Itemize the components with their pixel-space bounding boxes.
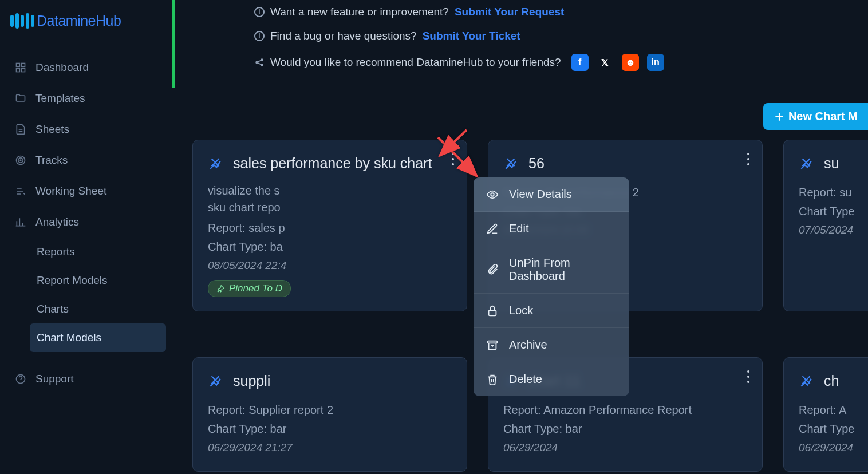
nav-working-sheet[interactable]: Working Sheet [6,176,166,207]
card-context-menu: View Details Edit UnPin From Dashboard L… [474,177,629,396]
chart-model-icon [799,374,814,389]
pinned-badge: Pinned To D [208,280,291,297]
svg-rect-3 [22,69,25,72]
subnav-report-models[interactable]: Report Models [30,266,166,295]
chart-model-icon [208,374,223,389]
menu-delete[interactable]: Delete [474,362,629,396]
sidebar: DatamineHub Dashboard Templates Sheets T… [0,0,172,474]
nav-label: Templates [35,92,85,105]
chart-model-card[interactable]: su Report: su Chart Type 07/05/2024 [783,140,868,311]
card-date: 08/05/2024 22:4 [208,259,452,272]
x-twitter-icon[interactable]: 𝕏 [597,54,614,71]
plus-icon [774,111,785,123]
svg-point-6 [20,160,21,161]
card-date: 06/29/2024 [503,441,747,454]
subnav-label: Chart Models [37,331,101,343]
pencil-icon [486,223,499,235]
info-icon: i [254,7,265,17]
facebook-icon[interactable]: f [571,54,589,71]
notice-banner: i Want a new feature or improvement? Sub… [172,0,868,84]
card-date: 06/29/2024 21:27 [208,441,452,454]
menu-unpin[interactable]: UnPin From Dashboard [474,246,629,294]
card-kebab-menu[interactable] [747,153,749,165]
card-chart-type: Chart Type: bar [208,422,452,436]
svg-rect-16 [488,341,498,343]
share-icon [254,57,265,68]
app-name: DatamineHub [37,13,121,29]
subnav-reports[interactable]: Reports [30,238,166,266]
menu-lock[interactable]: Lock [474,294,629,328]
menu-label: UnPin From Dashboard [509,256,617,283]
svg-point-11 [627,60,633,66]
nav-label: Analytics [35,216,79,228]
chart-model-card[interactable]: sales performance by sku chart visualize… [192,140,467,311]
menu-label: Edit [509,222,528,235]
card-kebab-menu[interactable] [747,370,749,383]
card-report: Report: A [799,404,868,417]
svg-line-18 [440,130,467,156]
svg-point-8 [256,62,258,64]
new-chart-model-button[interactable]: New Chart M [763,103,868,130]
card-date: 07/05/2024 [799,224,868,236]
nav-dashboard[interactable]: Dashboard [6,52,166,83]
paperclip-icon [486,263,499,276]
nav-label: Tracks [35,154,68,167]
menu-edit[interactable]: Edit [474,212,629,246]
reddit-icon[interactable] [622,54,639,71]
help-icon [15,373,26,385]
card-title: suppli [233,372,452,391]
banner-row-recommend: Would you like to recommend DatamineHub … [186,48,854,77]
submit-request-link[interactable]: Submit Your Request [455,6,564,18]
svg-point-10 [261,64,263,66]
card-title: 56 [528,154,747,173]
logo-bars-icon [10,13,34,29]
nav-support[interactable]: Support [6,364,166,394]
main-content: i Want a new feature or improvement? Sub… [172,0,868,474]
svg-point-12 [628,62,629,63]
card-report: Report: Amazon Performance Report [503,404,747,417]
menu-view-details[interactable]: View Details [474,177,629,212]
subnav-charts[interactable]: Charts [30,295,166,323]
nav-templates[interactable]: Templates [6,83,166,114]
menu-label: Delete [509,373,542,386]
banner-text: Would you like to recommend DatamineHub … [270,56,561,69]
app-logo[interactable]: DatamineHub [6,7,166,52]
pinned-label: Pinned To D [229,283,282,294]
svg-rect-1 [22,64,25,67]
nav-label: Dashboard [35,61,89,74]
submit-ticket-link[interactable]: Submit Your Ticket [423,30,520,42]
svg-rect-2 [17,69,20,72]
card-date: 06/29/2024 [799,441,868,454]
chart-model-icon [208,156,223,171]
card-chart-type: Chart Type [799,422,868,436]
nav-label: Working Sheet [35,185,106,198]
new-button-label: New Chart M [788,110,858,123]
nav-analytics[interactable]: Analytics [6,207,166,238]
archive-icon [486,339,499,351]
card-chart-type: Chart Type: bar [503,422,747,436]
nav-sheets[interactable]: Sheets [6,114,166,145]
card-chart-type: Chart Type [799,205,868,218]
card-chart-type: Chart Type: ba [208,240,452,254]
svg-point-9 [261,59,263,61]
card-report: Report: Supplier report 2 [208,404,452,417]
chart-model-icon [799,156,814,171]
menu-label: Lock [509,304,533,317]
banner-text: Find a bug or have questions? [270,30,417,42]
nav-tracks[interactable]: Tracks [6,145,166,176]
chart-model-card[interactable]: ch Report: A Chart Type 06/29/2024 [783,357,868,472]
card-title: ch [824,372,868,391]
card-report: Report: su [799,186,868,199]
chart-model-card[interactable]: suppli Report: Supplier report 2 Chart T… [192,357,467,472]
svg-point-14 [491,193,494,196]
social-icons: f 𝕏 in [571,54,664,71]
menu-archive[interactable]: Archive [474,328,629,362]
svg-rect-15 [489,310,496,315]
subnav-chart-models[interactable]: Chart Models [30,323,166,352]
dashboard-icon [15,62,26,73]
banner-text: Want a new feature or improvement? [270,6,449,18]
list-icon [15,185,26,197]
linkedin-icon[interactable]: in [647,54,664,71]
target-icon [15,155,26,166]
file-icon [15,124,26,135]
